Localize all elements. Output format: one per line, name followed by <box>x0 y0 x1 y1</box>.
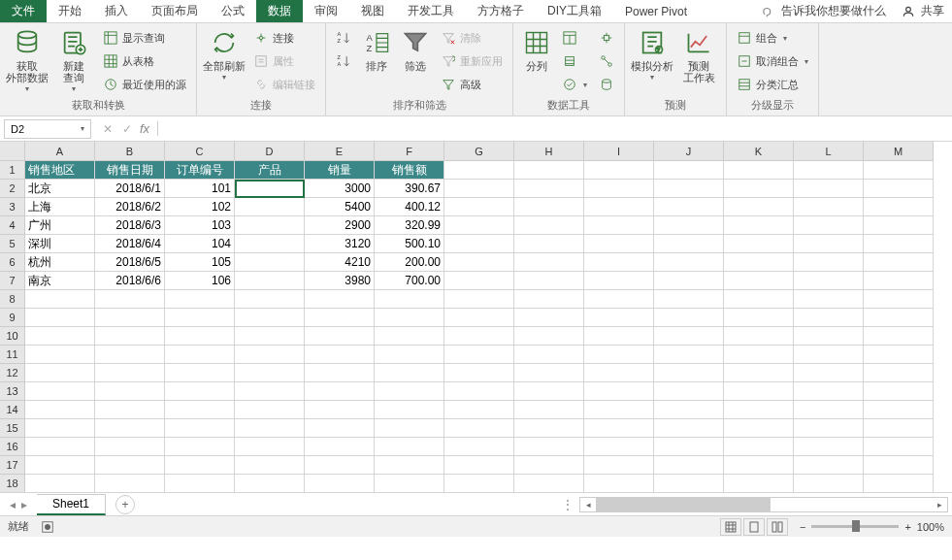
cell-G15[interactable] <box>444 419 514 438</box>
row-header-17[interactable]: 17 <box>0 456 25 475</box>
cell-F6[interactable]: 200.00 <box>375 253 444 272</box>
cell-L18[interactable] <box>794 475 864 492</box>
edit-links-button[interactable]: 编辑链接 <box>249 74 319 95</box>
cell-A8[interactable] <box>25 290 95 309</box>
cell-I10[interactable] <box>584 327 654 346</box>
row-header-4[interactable]: 4 <box>0 216 25 235</box>
cell-D15[interactable] <box>235 419 305 438</box>
cell-F18[interactable] <box>375 475 444 492</box>
cell-C4[interactable]: 103 <box>165 216 235 235</box>
cell-H15[interactable] <box>514 419 584 438</box>
cell-K7[interactable] <box>724 272 794 290</box>
cell-G3[interactable] <box>444 198 514 216</box>
cell-M11[interactable] <box>864 346 934 364</box>
cell-D18[interactable] <box>235 475 305 492</box>
relationships-button[interactable] <box>595 50 618 72</box>
connections-button[interactable]: 连接 <box>249 27 319 49</box>
cell-B17[interactable] <box>95 456 165 475</box>
cell-K9[interactable] <box>724 309 794 327</box>
cell-G7[interactable] <box>444 272 514 290</box>
cell-K3[interactable] <box>724 198 794 216</box>
subtotal-button[interactable]: 分类汇总 <box>733 74 812 95</box>
view-page-layout-button[interactable] <box>743 518 765 536</box>
cell-D16[interactable] <box>235 438 305 456</box>
tab-home[interactable]: 开始 <box>47 0 93 22</box>
column-header-F[interactable]: F <box>375 142 444 161</box>
cell-D8[interactable] <box>235 290 305 309</box>
cell-L10[interactable] <box>794 327 864 346</box>
cell-E6[interactable]: 4210 <box>305 253 375 272</box>
cell-L4[interactable] <box>794 216 864 235</box>
cell-B8[interactable] <box>95 290 165 309</box>
cell-M5[interactable] <box>864 235 934 253</box>
forecast-sheet-button[interactable]: 预测 工作表 <box>677 27 720 83</box>
cell-J17[interactable] <box>654 456 724 475</box>
cell-G13[interactable] <box>444 382 514 401</box>
cell-C9[interactable] <box>165 309 235 327</box>
cell-M3[interactable] <box>864 198 934 216</box>
cell-A12[interactable] <box>25 364 95 382</box>
cell-K4[interactable] <box>724 216 794 235</box>
cell-J1[interactable] <box>654 161 724 180</box>
row-header-5[interactable]: 5 <box>0 235 25 253</box>
cell-J3[interactable] <box>654 198 724 216</box>
cell-K8[interactable] <box>724 290 794 309</box>
cell-A7[interactable]: 南京 <box>25 272 95 290</box>
cell-F15[interactable] <box>375 419 444 438</box>
view-page-break-button[interactable] <box>767 518 788 536</box>
column-header-E[interactable]: E <box>305 142 375 161</box>
cell-M15[interactable] <box>864 419 934 438</box>
cell-I18[interactable] <box>584 475 654 492</box>
cell-I17[interactable] <box>584 456 654 475</box>
row-header-1[interactable]: 1 <box>0 161 25 180</box>
cell-B2[interactable]: 2018/6/1 <box>95 180 165 198</box>
tab-fang[interactable]: 方方格子 <box>466 0 536 22</box>
cell-J16[interactable] <box>654 438 724 456</box>
cell-L14[interactable] <box>794 401 864 419</box>
cell-E12[interactable] <box>305 364 375 382</box>
cell-C13[interactable] <box>165 382 235 401</box>
cell-J8[interactable] <box>654 290 724 309</box>
column-header-D[interactable]: D <box>235 142 305 161</box>
cell-D17[interactable] <box>235 456 305 475</box>
cell-G17[interactable] <box>444 456 514 475</box>
cell-J2[interactable] <box>654 180 724 198</box>
cell-I9[interactable] <box>584 309 654 327</box>
cell-I6[interactable] <box>584 253 654 272</box>
get-external-data-button[interactable]: 获取 外部数据 ▾ <box>6 27 49 93</box>
cell-C8[interactable] <box>165 290 235 309</box>
cell-E10[interactable] <box>305 327 375 346</box>
row-header-13[interactable]: 13 <box>0 382 25 401</box>
column-header-B[interactable]: B <box>95 142 165 161</box>
cell-C17[interactable] <box>165 456 235 475</box>
cell-I8[interactable] <box>584 290 654 309</box>
remove-duplicates-button[interactable] <box>558 50 591 72</box>
what-if-button[interactable]: ? 模拟分析 ▾ <box>631 27 673 82</box>
cell-E5[interactable]: 3120 <box>305 235 375 253</box>
flash-fill-button[interactable] <box>558 27 591 49</box>
cell-K13[interactable] <box>724 382 794 401</box>
row-header-18[interactable]: 18 <box>0 475 25 492</box>
cell-E18[interactable] <box>305 475 375 492</box>
cell-K18[interactable] <box>724 475 794 492</box>
cell-E2[interactable]: 3000 <box>305 180 375 198</box>
cell-A3[interactable]: 上海 <box>25 198 95 216</box>
advanced-filter-button[interactable]: 高级 <box>437 74 507 95</box>
cell-L9[interactable] <box>794 309 864 327</box>
cell-H8[interactable] <box>514 290 584 309</box>
cell-I1[interactable] <box>584 161 654 180</box>
cell-E15[interactable] <box>305 419 375 438</box>
cell-F8[interactable] <box>375 290 444 309</box>
cell-K16[interactable] <box>724 438 794 456</box>
cell-F11[interactable] <box>375 346 444 364</box>
cell-B7[interactable]: 2018/6/6 <box>95 272 165 290</box>
cell-D4[interactable] <box>235 216 305 235</box>
cell-A9[interactable] <box>25 309 95 327</box>
cell-F10[interactable] <box>375 327 444 346</box>
cell-E14[interactable] <box>305 401 375 419</box>
sheet-nav-last[interactable]: ▸ <box>21 498 27 511</box>
cell-L3[interactable] <box>794 198 864 216</box>
cell-A11[interactable] <box>25 346 95 364</box>
text-to-columns-button[interactable]: 分列 <box>519 27 554 72</box>
zoom-level[interactable]: 100% <box>917 521 944 533</box>
